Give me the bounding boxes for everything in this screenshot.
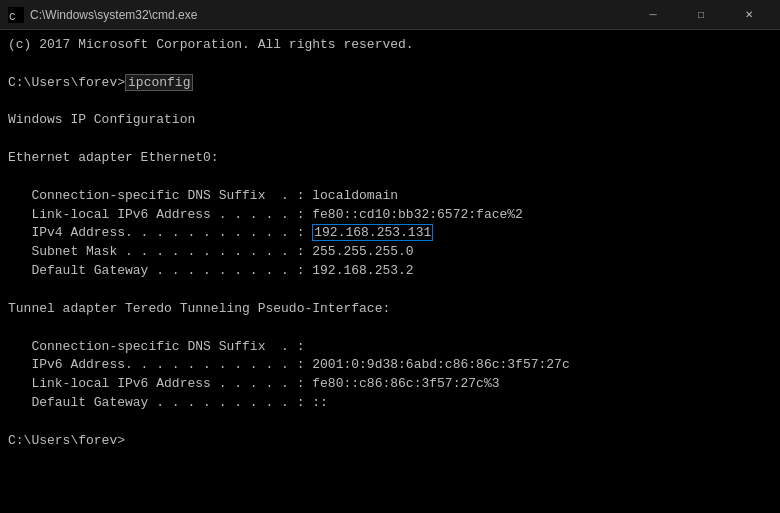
terminal-line-19: Link-local IPv6 Address . . . . . : fe80… xyxy=(8,375,772,394)
terminal-line-10: Link-local IPv6 Address . . . . . : fe80… xyxy=(8,206,772,225)
terminal-prompt-final: C:\Users\forev> xyxy=(8,432,772,451)
terminal-line-13: Default Gateway . . . . . . . . . : 192.… xyxy=(8,262,772,281)
terminal-line-14 xyxy=(8,281,772,300)
terminal-line-16 xyxy=(8,319,772,338)
minimize-button[interactable]: ─ xyxy=(630,0,676,30)
titlebar-title: C:\Windows\system32\cmd.exe xyxy=(30,8,630,22)
terminal-window: (c) 2017 Microsoft Corporation. All righ… xyxy=(0,30,780,513)
terminal-line-8 xyxy=(8,168,772,187)
terminal-line-4 xyxy=(8,93,772,112)
svg-text:C: C xyxy=(9,11,16,23)
titlebar-controls: ─ □ ✕ xyxy=(630,0,772,30)
terminal-line-7: Ethernet adapter Ethernet0: xyxy=(8,149,772,168)
terminal-line-21 xyxy=(8,413,772,432)
terminal-line-12: Subnet Mask . . . . . . . . . . . : 255.… xyxy=(8,243,772,262)
terminal-line-11: IPv4 Address. . . . . . . . . . . : 192.… xyxy=(8,224,772,243)
command-highlight: ipconfig xyxy=(125,74,193,91)
terminal-line-17: Connection-specific DNS Suffix . : xyxy=(8,338,772,357)
terminal-line-3: C:\Users\forev>ipconfig xyxy=(8,74,772,93)
terminal-line-15: Tunnel adapter Teredo Tunneling Pseudo-I… xyxy=(8,300,772,319)
titlebar: C C:\Windows\system32\cmd.exe ─ □ ✕ xyxy=(0,0,780,30)
terminal-line-2 xyxy=(8,55,772,74)
terminal-line-20: Default Gateway . . . . . . . . . : :: xyxy=(8,394,772,413)
terminal-line-9: Connection-specific DNS Suffix . : local… xyxy=(8,187,772,206)
maximize-button[interactable]: □ xyxy=(678,0,724,30)
terminal-line-1: (c) 2017 Microsoft Corporation. All righ… xyxy=(8,36,772,55)
ipv4-highlight: 192.168.253.131 xyxy=(312,224,433,241)
cmd-icon: C xyxy=(8,7,24,23)
terminal-line-5: Windows IP Configuration xyxy=(8,111,772,130)
terminal-line-6 xyxy=(8,130,772,149)
terminal-line-18: IPv6 Address. . . . . . . . . . . : 2001… xyxy=(8,356,772,375)
close-button[interactable]: ✕ xyxy=(726,0,772,30)
